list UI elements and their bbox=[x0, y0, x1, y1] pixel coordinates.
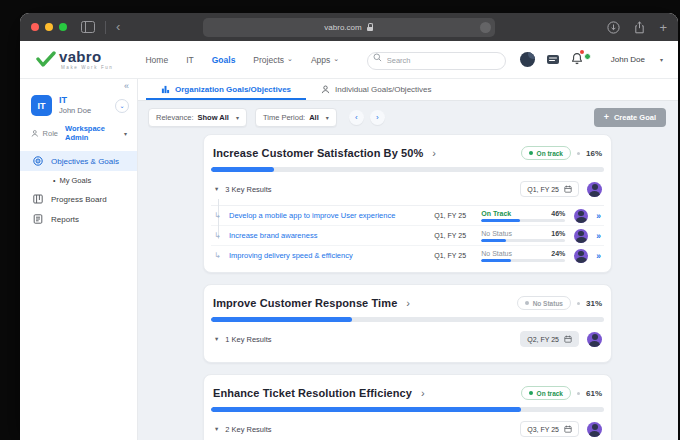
divider bbox=[105, 21, 106, 34]
time-period-label: Time Period: bbox=[263, 113, 305, 122]
nav-item-home[interactable]: Home bbox=[145, 55, 168, 65]
avatar bbox=[574, 229, 588, 243]
separator-dot bbox=[577, 302, 580, 305]
key-result-progress-bar bbox=[481, 219, 565, 222]
tab-individual-goals[interactable]: Individual Goals/Objectives bbox=[306, 79, 447, 100]
window-controls bbox=[31, 23, 67, 31]
share-icon[interactable] bbox=[633, 21, 646, 34]
status-badge: No Status bbox=[517, 296, 571, 310]
expand-icon[interactable]: » bbox=[596, 211, 601, 221]
relevance-filter[interactable]: Relevance: Show All ▾ bbox=[148, 108, 247, 127]
sidebar-item-objectives-goals[interactable]: Objectives & Goals bbox=[20, 151, 137, 171]
chevron-right-icon[interactable]: › bbox=[421, 388, 425, 399]
nav-item-label: Apps bbox=[311, 55, 330, 65]
create-goal-button[interactable]: + Create Goal bbox=[594, 108, 666, 127]
search-icon bbox=[373, 53, 382, 62]
notifications-icon[interactable] bbox=[571, 51, 583, 69]
chevron-down-icon[interactable]: ▾ bbox=[660, 56, 663, 63]
key-result-period: Q1, FY 25 bbox=[434, 252, 479, 259]
sidebar-item-label: Reports bbox=[51, 215, 79, 224]
chevron-down-icon: ▾ bbox=[236, 114, 239, 121]
role-selector[interactable]: Role Workspace Admin ▾ bbox=[20, 123, 137, 151]
sidebar-item-my-goals[interactable]: • My Goals bbox=[20, 171, 137, 189]
chevron-down-icon: ▾ bbox=[326, 114, 329, 121]
next-page-button[interactable]: › bbox=[370, 110, 385, 125]
period-value: Q1, FY 25 bbox=[527, 186, 559, 193]
avatar bbox=[587, 422, 602, 437]
dark-mode-icon[interactable] bbox=[520, 52, 535, 67]
app-header: vabro Make Work Fun Home IT Goals Projec… bbox=[20, 41, 678, 79]
extension-icon[interactable] bbox=[480, 22, 491, 33]
chevron-down-icon: ⌄ bbox=[287, 55, 293, 63]
key-result-percent: 24% bbox=[551, 250, 565, 257]
nav-item-goals[interactable]: Goals bbox=[212, 55, 236, 65]
close-window-button[interactable] bbox=[31, 23, 39, 31]
minimize-window-button[interactable] bbox=[45, 23, 53, 31]
sidebar-item-label: Progress Board bbox=[51, 195, 107, 204]
chevron-down-icon: ▾ bbox=[124, 130, 127, 137]
expand-icon[interactable]: » bbox=[596, 251, 601, 261]
downloads-icon[interactable] bbox=[607, 21, 620, 34]
brand-name: vabro bbox=[59, 49, 113, 64]
user-menu[interactable]: John Doe bbox=[611, 55, 645, 64]
key-result-percent: 46% bbox=[551, 210, 565, 217]
period-selector[interactable]: Q1, FY 25 bbox=[520, 181, 579, 197]
key-results-count: 2 Key Results bbox=[225, 425, 271, 434]
key-result-link[interactable]: Increase brand awareness bbox=[229, 231, 434, 240]
new-tab-icon[interactable]: + bbox=[659, 21, 667, 34]
browser-window: ‹ vabro.com + vabro Make Work bbox=[20, 13, 678, 440]
nav-item-apps[interactable]: Apps ⌄ bbox=[311, 55, 339, 65]
sidebar-item-progress-board[interactable]: Progress Board bbox=[20, 189, 137, 209]
person-icon bbox=[31, 129, 39, 138]
collapse-triangle-icon[interactable]: ▾ bbox=[215, 185, 218, 193]
avatar bbox=[587, 182, 602, 197]
address-bar[interactable]: vabro.com bbox=[203, 18, 495, 37]
nav-item-projects[interactable]: Projects ⌄ bbox=[253, 55, 293, 65]
subitem-arrow-icon: ↳ bbox=[214, 231, 224, 240]
key-result-progress-fill bbox=[481, 259, 510, 262]
tab-organization-goals[interactable]: Organization Goals/Objectives bbox=[146, 79, 306, 100]
vabro-logo[interactable]: vabro Make Work Fun bbox=[35, 49, 113, 70]
collapse-triangle-icon[interactable]: ▾ bbox=[215, 335, 218, 343]
calendar-icon bbox=[564, 425, 572, 433]
fullscreen-window-button[interactable] bbox=[59, 23, 67, 31]
target-icon bbox=[33, 156, 43, 166]
workspace-switcher[interactable]: IT IT John Doe ⌄ bbox=[20, 91, 137, 123]
previous-page-button[interactable]: ‹ bbox=[349, 110, 364, 125]
goal-progress-percent: 61% bbox=[586, 389, 602, 398]
separator-dot bbox=[577, 152, 580, 155]
goal-title: Increase Customer Satisfaction By 50% bbox=[213, 147, 423, 159]
key-results-list: ↳ Develop a mobile app to improve User e… bbox=[211, 205, 604, 265]
status-label: On track bbox=[537, 390, 563, 397]
kanban-board-icon bbox=[33, 194, 43, 204]
subitem-arrow-icon: ↳ bbox=[214, 211, 224, 220]
sidebar-item-label: Objectives & Goals bbox=[51, 157, 119, 166]
goal-progress-percent: 16% bbox=[586, 149, 602, 158]
chevron-right-icon[interactable]: › bbox=[406, 298, 410, 309]
back-icon[interactable]: ‹ bbox=[116, 20, 120, 33]
period-value: Q3, FY 25 bbox=[527, 426, 559, 433]
time-period-filter[interactable]: Time Period: All ▾ bbox=[255, 108, 337, 127]
period-selector[interactable]: Q2, FY 25 bbox=[520, 331, 579, 347]
nav-item-it[interactable]: IT bbox=[186, 55, 194, 65]
role-value: Workspace Admin bbox=[65, 124, 120, 142]
nav-item-label: Home bbox=[145, 55, 168, 65]
sidebar-item-reports[interactable]: Reports bbox=[20, 209, 137, 229]
key-result-period: Q1, FY 25 bbox=[434, 232, 479, 239]
key-result-link[interactable]: Improving delivery speed & efficiency bbox=[229, 251, 434, 260]
key-result-progress-bar bbox=[481, 239, 565, 242]
goal-progress-percent: 31% bbox=[586, 299, 602, 308]
period-selector[interactable]: Q3, FY 25 bbox=[520, 421, 579, 437]
collapse-triangle-icon[interactable]: ▾ bbox=[215, 425, 218, 433]
key-result-row: ↳ Improving delivery speed & efficiency … bbox=[211, 246, 604, 265]
workspace-chevron-icon[interactable]: ⌄ bbox=[115, 99, 129, 113]
collapse-sidebar-icon[interactable]: « bbox=[124, 81, 129, 91]
key-result-link[interactable]: Develop a mobile app to improve User exp… bbox=[229, 211, 434, 220]
chevron-right-icon[interactable]: › bbox=[432, 148, 436, 159]
browser-sidebar-icon[interactable] bbox=[81, 21, 95, 33]
expand-icon[interactable]: » bbox=[596, 231, 601, 241]
search-input[interactable] bbox=[367, 52, 506, 70]
sidebar: « IT IT John Doe ⌄ Role Workspace Admin … bbox=[20, 79, 138, 440]
messages-icon[interactable] bbox=[546, 54, 560, 66]
key-result-percent: 16% bbox=[551, 230, 565, 237]
